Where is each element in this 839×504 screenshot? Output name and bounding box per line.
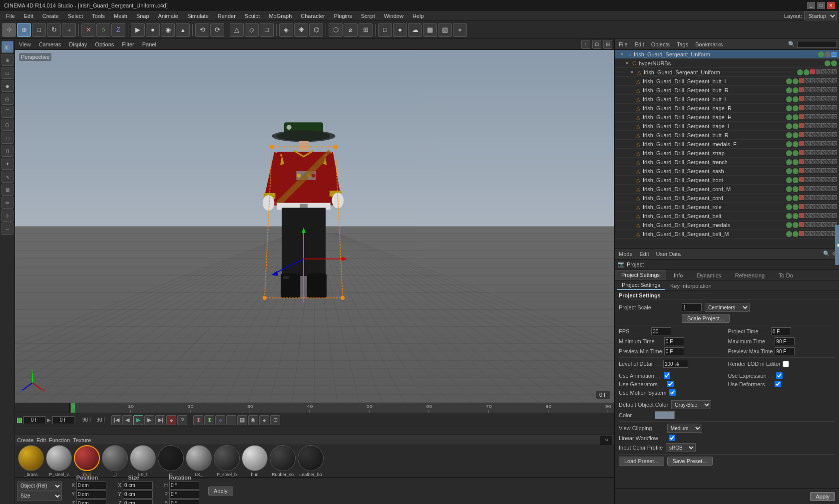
max-time-input[interactable] — [775, 337, 795, 345]
sidebar-light-btn[interactable]: ◆ — [1, 80, 13, 92]
go-end-btn[interactable]: ▶| — [155, 415, 165, 425]
rend-c7[interactable] — [793, 141, 799, 147]
vis-dot-hn[interactable] — [825, 60, 831, 66]
tag-c6-5[interactable] — [827, 132, 832, 137]
rend-c4[interactable] — [793, 114, 799, 120]
toolbar-move[interactable]: ⊕ — [17, 23, 31, 37]
tag-c7-2[interactable] — [810, 141, 815, 146]
scale-value-input[interactable] — [682, 303, 702, 311]
use-anim-checkbox[interactable] — [664, 372, 670, 379]
tag-c16-3[interactable] — [816, 222, 821, 227]
tag-c2-5[interactable] — [827, 96, 832, 101]
vis-c9[interactable] — [786, 159, 792, 165]
tag-3[interactable] — [832, 69, 837, 74]
tree-row-4[interactable]: △ Irish_Guard_Drill_Sergeant_bage_H — [615, 113, 839, 122]
layout-select[interactable]: Startup — [804, 11, 837, 20]
mat-item-psteelv[interactable]: P_steel_v — [46, 445, 72, 477]
subtab-project-settings[interactable]: Project Settings — [617, 281, 665, 290]
vis-c10[interactable] — [786, 168, 792, 174]
pos-x-input[interactable] — [76, 482, 106, 490]
tag-c11-2[interactable] — [810, 177, 815, 182]
tag-c2-1[interactable] — [805, 96, 810, 101]
rend-c17[interactable] — [793, 231, 799, 237]
tag-c3-6[interactable] — [832, 105, 837, 110]
minimize-button[interactable]: _ — [807, 2, 815, 9]
tree-row-14[interactable]: △ Irish_Guard_Drill_Sergeant_role — [615, 203, 839, 212]
tag-c6-6[interactable] — [832, 132, 837, 137]
tag-c5-2[interactable] — [810, 123, 815, 128]
mat-c4[interactable] — [799, 114, 804, 119]
tree-row-5[interactable]: △ Irish_Guard_Drill_Sergeant_bage_l — [615, 122, 839, 131]
menu-file[interactable]: File — [2, 12, 19, 20]
sidebar-hair-btn[interactable]: ∿ — [1, 171, 13, 183]
toolbar-play[interactable]: ▶ — [131, 23, 145, 37]
tag-c12-1[interactable] — [805, 186, 810, 191]
toolbar-scale[interactable]: □ — [32, 23, 46, 37]
record-btn[interactable]: ● — [166, 415, 176, 425]
menu-simulate[interactable]: Simulate — [183, 12, 213, 20]
tag-c15-5[interactable] — [827, 213, 832, 218]
size-mode-select[interactable]: Size Scale — [17, 492, 62, 501]
mat-texture[interactable]: Texture — [73, 437, 91, 443]
pos-y-input[interactable] — [76, 491, 106, 499]
rot-b-input[interactable] — [169, 500, 199, 504]
mat-item-t[interactable]: _t — [102, 445, 128, 477]
obj-menu-bookmarks[interactable]: Bookmarks — [693, 40, 725, 48]
vis-c17[interactable] — [786, 231, 792, 237]
tag-c15-4[interactable] — [821, 213, 826, 218]
vertical-tab[interactable]: ▶ — [835, 225, 839, 265]
tag-c0-6[interactable] — [832, 78, 837, 83]
tag-c7-3[interactable] — [816, 141, 821, 146]
toolbar-edges[interactable]: ◇ — [245, 23, 259, 37]
tl-btn-7[interactable]: ● — [259, 415, 269, 425]
menu-sculpt[interactable]: Sculpt — [241, 12, 264, 20]
frame-input-2[interactable] — [52, 416, 74, 424]
menu-character[interactable]: Character — [297, 12, 329, 20]
mat-c1[interactable] — [799, 87, 804, 92]
render-dot-hn[interactable] — [831, 60, 837, 66]
tag-c10-3[interactable] — [816, 168, 821, 173]
save-preset-btn[interactable]: Save Preset... — [667, 457, 713, 466]
tag-c9-6[interactable] — [832, 159, 837, 164]
vp-menu-display[interactable]: Display — [67, 40, 89, 48]
tag-c8-3[interactable] — [816, 150, 821, 155]
toolbar-undo[interactable]: ⟲ — [195, 23, 209, 37]
vp-menu-cameras[interactable]: Cameras — [37, 40, 63, 48]
render-lod-checkbox[interactable] — [783, 361, 789, 367]
toolbar-select[interactable]: ⊹ — [2, 23, 16, 37]
tree-row-6[interactable]: △ Irish_Guard_Drill_Sergeant_butt_R — [615, 131, 839, 140]
tag-c6-4[interactable] — [821, 132, 826, 137]
menu-edit[interactable]: Edit — [20, 12, 37, 20]
tag-c17-1[interactable] — [805, 231, 810, 236]
tree-row-11[interactable]: △ Irish_Guard_Drill_Sergeant_boot — [615, 176, 839, 185]
vp-menu-filter[interactable]: Filter — [120, 40, 136, 48]
tag-c8-1[interactable] — [805, 150, 810, 155]
vp-fit-btn[interactable]: ⊡ — [592, 40, 601, 49]
toolbar-redo[interactable]: ⟳ — [210, 23, 224, 37]
rend-c11[interactable] — [793, 177, 799, 183]
tag-c16-4[interactable] — [821, 222, 826, 227]
view-clipping-select[interactable]: Medium Low High — [667, 424, 702, 433]
tag-c4-4[interactable] — [821, 114, 826, 119]
tree-arrow-root[interactable]: ▼ — [620, 52, 625, 57]
mat-c2[interactable] — [799, 96, 804, 101]
rend-c0[interactable] — [793, 78, 799, 84]
play-btn[interactable]: ▶ — [133, 415, 143, 425]
toolbar-auto[interactable]: ▴ — [176, 23, 190, 37]
tag-c8-5[interactable] — [827, 150, 832, 155]
tag-c8-6[interactable] — [832, 150, 837, 155]
mat-item-hnd[interactable]: hnd — [242, 445, 268, 477]
tag-c9-1[interactable] — [805, 159, 810, 164]
tag-c12-4[interactable] — [821, 186, 826, 191]
tag-c3-1[interactable] — [805, 105, 810, 110]
mat-c12[interactable] — [799, 186, 804, 191]
vis-dot-root[interactable] — [818, 51, 824, 57]
tree-row-13[interactable]: △ Irish_Guard_Drill_Sergeant_cord — [615, 194, 839, 203]
tree-row-8[interactable]: △ Irish_Guard_Drill_Sergeant_strap — [615, 149, 839, 158]
menu-window[interactable]: Window — [380, 12, 408, 20]
mat-c16[interactable] — [799, 222, 804, 227]
tab-referencing[interactable]: Referencing — [729, 270, 771, 280]
rend-c12[interactable] — [793, 186, 799, 192]
rend-c5[interactable] — [793, 123, 799, 129]
toolbar-extrude[interactable]: ⌀ — [344, 23, 358, 37]
